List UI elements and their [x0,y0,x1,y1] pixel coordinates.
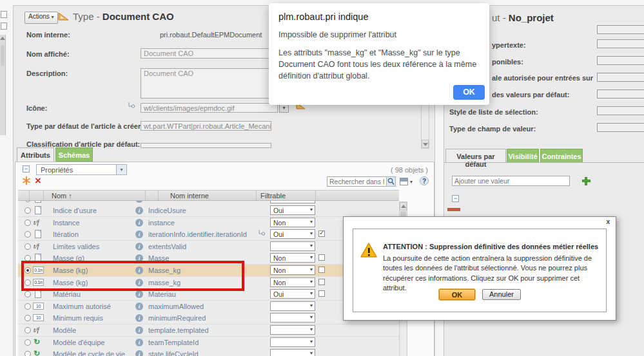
info-icon[interactable]: i [135,314,143,322]
info-icon[interactable]: i [135,303,143,310]
table-row[interactable]: 10Maximum autoriséimaximumAllowed▾ [18,301,399,313]
info-icon[interactable]: i [135,290,143,298]
tab-visibilite[interactable]: Visibilité [507,149,539,163]
filtrable-select[interactable]: Non▾ [270,265,315,275]
delete-attribute-icon[interactable]: × [35,176,41,185]
filtrable-select[interactable]: Non▾ [270,277,315,287]
row-radio[interactable] [24,327,31,333]
row-checkbox[interactable] [318,279,325,285]
table-row[interactable]: t/fLimites validesiextentsValid▾ [18,241,399,253]
filtrable-select[interactable]: ▾ [270,241,315,251]
edge-button-1[interactable] [1,11,7,18]
table-row[interactable]: ↻Modèle d'équipeiteamTemplateId▾ [18,337,399,349]
info-icon[interactable]: i [135,207,143,214]
add-value-input[interactable] [452,176,570,186]
filtrable-select[interactable]: Non▾ [270,253,315,263]
info-icon[interactable]: i [135,339,143,346]
tab-attributs[interactable]: Attributs [17,147,54,162]
filtrable-value: Oui [273,290,284,298]
table-row[interactable]: 10Minimum requisiminimumRequired▾ [18,312,399,324]
row-radio[interactable] [24,291,31,297]
warning-icon [360,242,378,259]
search-input[interactable] [327,176,387,187]
table-row[interactable]: t/fModèleitemplate.templated▾ [18,324,399,337]
header-info-col [146,191,159,200]
collapse-icon[interactable]: − [23,165,30,173]
info-icon[interactable]: i [135,230,143,238]
warning-ok-button[interactable]: OK [439,289,475,300]
header-nom[interactable]: Nom ↑ [44,191,146,200]
info-icon[interactable]: i [135,219,143,227]
info-icon[interactable]: i [135,201,143,203]
row-radio[interactable] [24,207,31,214]
table-row[interactable]: t/fInstanceiinstanceNon▾ [18,217,399,229]
edge-scrollbar[interactable] [0,35,6,135]
row-radio[interactable] [24,303,31,310]
edge-scrollbar-thumb[interactable] [1,45,5,66]
default-classification-field[interactable] [141,143,271,148]
table-row[interactable]: Indice d'usureiIndiceUsureOui▾ [18,205,399,217]
header-filtrable[interactable]: Filtrable [257,191,316,200]
browser-alert-ok-button[interactable]: OK [453,85,485,100]
info-icon[interactable]: i [135,326,143,334]
header-nom-interne[interactable]: Nom interne [159,191,257,200]
tab-contraintes[interactable]: Contraintes [540,149,583,163]
row-radio[interactable] [24,231,31,238]
header-radio-col [18,191,30,200]
filtrable-select[interactable]: Oui▾ [270,229,315,239]
hyperlink-field [597,39,644,48]
default-part-type-field[interactable]: wt.part.WTPart|pri.robaut.Article_Mecani… [141,121,271,131]
attribute-field-top [597,25,644,34]
display-name-label: Nom affiché: [26,50,70,58]
integer-type-icon: 10 [33,303,44,310]
scroll-down-button[interactable] [422,140,429,148]
tab-schemas[interactable]: Schémas [55,147,93,162]
row-checkbox[interactable] [318,254,325,261]
row-radio[interactable] [24,339,31,346]
table-row[interactable]: ↻Modèle de cycle de vieistate.lifeCycleI… [18,348,399,356]
row-radio[interactable] [24,315,31,321]
row-radio[interactable] [24,201,31,202]
lifecycle-type-icon: ↻ [34,349,40,356]
filtrable-select[interactable]: Oui▾ [270,205,315,215]
add-value-icon[interactable] [582,177,590,185]
info-icon[interactable]: i [135,243,143,250]
info-icon[interactable]: i [135,350,143,356]
help-icon[interactable]: ? [420,176,429,185]
filtrable-select[interactable]: ▾ [270,349,315,356]
row-checkbox[interactable] [318,290,325,297]
browser-alert-line1: Impossible de supprimer l'attribut [278,29,480,41]
boolean-type-icon: t/f [34,243,39,250]
table-view-icon[interactable] [400,178,408,185]
lifecycle-type-icon: ↻ [34,337,40,346]
filtrable-select[interactable]: ▾ [270,325,315,335]
scroll-up-button[interactable] [400,202,407,211]
row-checkbox[interactable] [318,230,325,237]
edge-button-2[interactable] [1,23,7,30]
filtrable-select[interactable]: Oui▾ [270,289,315,299]
close-icon[interactable]: x [606,218,610,225]
warning-cancel-button[interactable]: Annuler [482,289,521,300]
view-selector[interactable]: Propriétés ▾ [36,164,127,175]
tab-valeurs-par-defaut[interactable]: Valeurs par défaut [445,149,506,163]
row-radio[interactable] [24,243,31,250]
row-radio[interactable] [24,351,31,356]
attribute-name: Modèle [53,326,76,334]
search-button[interactable] [386,176,396,187]
actions-button[interactable]: Actions ▾ [24,12,58,24]
collapse-icon[interactable]: − [452,195,459,202]
create-attribute-icon[interactable] [26,176,27,185]
filtrable-select[interactable]: ▾ [270,301,315,311]
icon-path-field[interactable]: wt/clients/images/epmdoc.gif [141,103,278,113]
row-checkbox[interactable] [318,267,325,273]
table-row[interactable]: ItérationiiterationInfo.identifier.itera… [18,229,399,241]
tab-divider [444,162,644,163]
attribute-internal-name: IndiceUsure [148,207,186,214]
filtrable-select[interactable]: Non▾ [270,218,315,227]
chevron-down-icon[interactable]: ▾ [410,179,413,185]
page-title-prefix: Type - [73,11,102,22]
filtrable-select[interactable]: ▾ [270,313,315,323]
filtrable-select[interactable]: ▾ [270,337,315,347]
row-radio[interactable] [24,220,31,226]
filtrable-select[interactable]: ▾ [270,201,315,203]
